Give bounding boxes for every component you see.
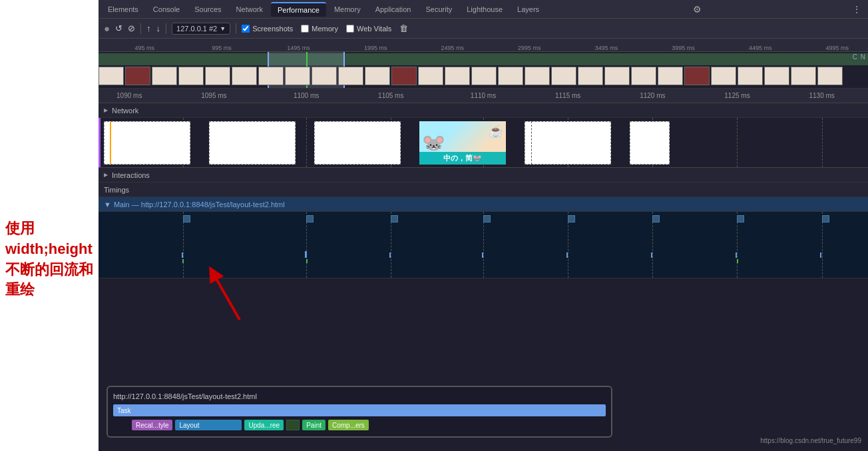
overview-thumbnail-strip bbox=[99, 67, 868, 87]
coffee-icon: ☕ bbox=[489, 124, 503, 139]
main-thread-header[interactable]: ▼ Main — http://127.0.0.1:8848/jsTest/la… bbox=[99, 197, 868, 212]
network-thumbs-area: 中の，简🐭 🐭 ☕ bbox=[99, 118, 868, 168]
overview-thumb-3 bbox=[178, 67, 204, 85]
n-label: N bbox=[861, 53, 865, 61]
tab-console[interactable]: Console bbox=[146, 3, 186, 16]
detail-tick-1115: 1115 ms bbox=[555, 92, 580, 99]
mascot-icon: 🐭 bbox=[422, 132, 445, 154]
overview-green-bar bbox=[99, 53, 868, 65]
overview-thumb-1 bbox=[125, 67, 150, 85]
delete-button[interactable]: 🗑 bbox=[399, 23, 408, 33]
separator2 bbox=[166, 23, 166, 34]
checkbox-group: Screenshots Memory Web Vitals 🗑 bbox=[242, 23, 408, 33]
overview-thumb-14 bbox=[471, 67, 497, 85]
net-thumb-6 bbox=[630, 121, 670, 165]
memory-label: Memory bbox=[312, 25, 338, 33]
task-bar-green-7 bbox=[737, 259, 738, 263]
task-bar-green-1 bbox=[182, 259, 184, 263]
popup-chip-upda: Upda...ree bbox=[244, 420, 284, 430]
overview-thumb-12 bbox=[418, 67, 443, 85]
tab-elements[interactable]: Elements bbox=[101, 3, 145, 16]
more-options-icon[interactable]: ⋮ bbox=[848, 4, 865, 15]
overview-thumb-20 bbox=[631, 67, 656, 85]
memory-checkbox-label[interactable]: Memory bbox=[301, 25, 338, 33]
separator1 bbox=[140, 23, 141, 34]
popup-chip-layout: Layout bbox=[175, 420, 242, 430]
settings-icon[interactable]: ⚙ bbox=[689, 4, 706, 15]
tab-lighthouse[interactable]: Lighthouse bbox=[460, 3, 509, 16]
devtools-panel: Elements Console Sources Network Perform… bbox=[99, 0, 868, 451]
task-bar-blue-6 bbox=[651, 252, 652, 258]
red-arrow-container bbox=[193, 260, 260, 328]
clear-button[interactable]: ⊘ bbox=[128, 23, 135, 33]
popup-task-label: Task bbox=[117, 407, 131, 414]
screenshots-checkbox-label[interactable]: Screenshots bbox=[242, 25, 293, 33]
tab-network[interactable]: Network bbox=[230, 3, 270, 16]
overview-thumb-9 bbox=[338, 67, 363, 85]
popup-url: http://127.0.0.1:8848/jsTest/layout-test… bbox=[113, 392, 606, 400]
tab-memory[interactable]: Memory bbox=[327, 3, 367, 16]
upload-button[interactable]: ↑ bbox=[146, 23, 151, 33]
main-collapse-icon[interactable]: ▼ bbox=[104, 201, 111, 209]
tick-1995: 1995 ms bbox=[364, 45, 387, 51]
interactions-row[interactable]: ▶ Interactions bbox=[99, 168, 868, 183]
tick-4995: 4995 ms bbox=[825, 45, 849, 51]
overview-thumb-27 bbox=[817, 67, 843, 85]
net-thumb-1 bbox=[104, 121, 190, 165]
tab-application[interactable]: Application bbox=[369, 3, 418, 16]
profile-selector[interactable]: 127.0.0.1 #2 ▼ bbox=[172, 23, 230, 35]
interactions-collapse-icon[interactable]: ▶ bbox=[104, 172, 108, 178]
reload-button[interactable]: ↺ bbox=[115, 23, 122, 33]
overview-area[interactable]: N C bbox=[99, 52, 868, 89]
detail-tick-1095: 1095 ms bbox=[201, 92, 226, 99]
overview-thumb-0 bbox=[99, 67, 124, 85]
overview-thumb-17 bbox=[551, 67, 576, 85]
task-marker-1 bbox=[183, 215, 190, 223]
memory-checkbox[interactable] bbox=[301, 25, 309, 33]
overview-thumb-7 bbox=[285, 67, 310, 85]
tab-sources[interactable]: Sources bbox=[188, 3, 228, 16]
popup-chip-recal: Recal...tyle bbox=[132, 420, 172, 430]
orange-line bbox=[110, 122, 111, 164]
overview-thumb-15 bbox=[498, 67, 523, 85]
tick-2495: 2495 ms bbox=[441, 45, 464, 51]
record-button[interactable]: ● bbox=[104, 23, 110, 34]
detail-tick-1105: 1105 ms bbox=[378, 92, 403, 99]
tick-1495: 1495 ms bbox=[287, 45, 310, 51]
network-section-header[interactable]: ▶ Network bbox=[99, 103, 868, 118]
overview-thumb-6 bbox=[258, 67, 284, 85]
overview-thumb-19 bbox=[604, 67, 630, 85]
overview-thumb-2 bbox=[152, 67, 177, 85]
download-button[interactable]: ↓ bbox=[156, 23, 161, 33]
popup-task-track: Task bbox=[113, 404, 606, 416]
timings-row[interactable]: Timings bbox=[99, 183, 868, 197]
annotation-line1: 使用width;height bbox=[5, 219, 93, 260]
task-bar-blue-1 bbox=[182, 252, 183, 258]
task-marker-7 bbox=[737, 215, 744, 223]
detail-tick-1100: 1100 ms bbox=[294, 92, 319, 99]
tab-security[interactable]: Security bbox=[419, 3, 459, 16]
detail-tick-1130: 1130 ms bbox=[809, 92, 834, 99]
overview-thumb-13 bbox=[445, 67, 470, 85]
task-bar-blue-7 bbox=[736, 252, 737, 258]
overview-thumb-23 bbox=[711, 67, 736, 85]
tab-performance[interactable]: Performance bbox=[271, 2, 326, 17]
screenshots-checkbox[interactable] bbox=[242, 25, 250, 33]
main-label: Main — http://127.0.0.1:8848/jsTest/layo… bbox=[114, 201, 285, 209]
webvitals-checkbox[interactable] bbox=[346, 25, 354, 33]
network-collapse-icon[interactable]: ▶ bbox=[104, 107, 108, 113]
profile-dropdown-icon[interactable]: ▼ bbox=[220, 25, 226, 32]
task-bar-blue-2 bbox=[305, 251, 307, 258]
webvitals-checkbox-label[interactable]: Web Vitals bbox=[346, 25, 391, 33]
detail-tick-1110: 1110 ms bbox=[471, 92, 496, 99]
popup-chip-comp: Comp...ers bbox=[328, 420, 369, 430]
tab-layers[interactable]: Layers bbox=[511, 3, 546, 16]
tick-4495: 4495 ms bbox=[749, 45, 772, 51]
red-arrow-icon bbox=[193, 260, 260, 326]
task-bar-green-2 bbox=[306, 259, 308, 263]
overview-thumb-22 bbox=[684, 67, 710, 85]
annotation-area: 使用width;height 不断的回流和重绘 bbox=[0, 213, 99, 306]
task-marker-8 bbox=[822, 215, 829, 223]
detail-ruler: 1090 ms 1095 ms 1100 ms 1105 ms 1110 ms … bbox=[99, 89, 868, 103]
detail-tick-1120: 1120 ms bbox=[640, 92, 665, 99]
